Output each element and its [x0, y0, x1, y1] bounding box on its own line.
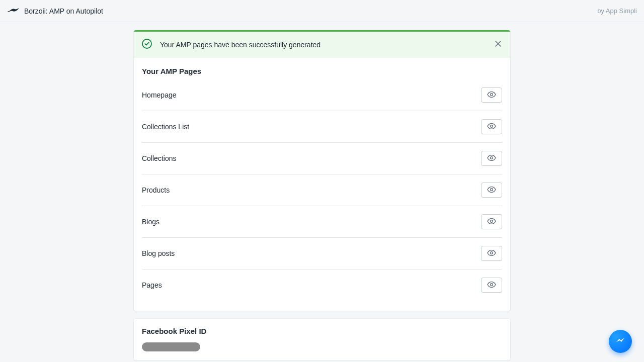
row-label: Homepage: [142, 91, 177, 99]
view-products-button[interactable]: [481, 183, 502, 198]
svg-point-5: [491, 220, 493, 223]
close-icon: [495, 40, 502, 49]
svg-point-2: [491, 125, 493, 128]
alert-message: Your AMP pages have been successfully ge…: [160, 41, 320, 49]
row-label: Products: [142, 186, 170, 194]
svg-point-4: [491, 189, 493, 191]
eye-icon: [487, 249, 496, 258]
svg-point-3: [491, 157, 493, 159]
row-products: Products: [142, 174, 502, 206]
amp-pages-title: Your AMP Pages: [134, 58, 510, 79]
view-collections-list-button[interactable]: [481, 119, 502, 134]
view-blogs-button[interactable]: [481, 214, 502, 229]
row-collections-list: Collections List: [142, 111, 502, 143]
messenger-icon: [614, 334, 627, 349]
svg-point-0: [142, 39, 151, 48]
facebook-pixel-card: Facebook Pixel ID: [134, 319, 510, 360]
amp-pages-rows: Homepage Collections List Collections: [134, 79, 510, 311]
eye-icon: [487, 90, 496, 100]
row-blogs: Blogs: [142, 206, 502, 238]
borzoi-logo-icon: [7, 7, 19, 16]
row-label: Blog posts: [142, 249, 175, 257]
eye-icon: [487, 281, 496, 290]
row-label: Collections: [142, 154, 176, 162]
topbar-left: Borzoii: AMP on Autopilot: [7, 7, 103, 16]
row-label: Collections List: [142, 123, 189, 131]
view-pages-button[interactable]: [481, 278, 502, 293]
amp-pages-card: Your AMP pages have been successfully ge…: [134, 30, 510, 311]
eye-icon: [487, 154, 496, 163]
eye-icon: [487, 122, 496, 131]
content-area: Your AMP pages have been successfully ge…: [0, 22, 644, 362]
eye-icon: [487, 186, 496, 195]
facebook-pixel-value-placeholder: [142, 342, 200, 351]
facebook-pixel-title: Facebook Pixel ID: [142, 327, 502, 335]
view-blog-posts-button[interactable]: [481, 246, 502, 261]
topbar: Borzoii: AMP on Autopilot by App Simpli: [0, 0, 644, 22]
row-homepage: Homepage: [142, 79, 502, 111]
success-alert: Your AMP pages have been successfully ge…: [134, 30, 510, 58]
by-company-label: by App Simpli: [597, 7, 637, 15]
app-title: Borzoii: AMP on Autopilot: [24, 7, 103, 15]
check-circle-icon: [142, 39, 152, 51]
svg-point-6: [491, 252, 493, 254]
view-collections-button[interactable]: [481, 151, 502, 166]
eye-icon: [487, 217, 496, 226]
svg-point-7: [491, 284, 493, 286]
row-label: Pages: [142, 281, 162, 289]
row-pages: Pages: [142, 269, 502, 301]
alert-close-button[interactable]: [491, 38, 505, 52]
main-column: Your AMP pages have been successfully ge…: [134, 30, 510, 362]
row-blog-posts: Blog posts: [142, 238, 502, 269]
row-label: Blogs: [142, 218, 159, 226]
messenger-chat-button[interactable]: [609, 330, 632, 353]
view-homepage-button[interactable]: [481, 87, 502, 103]
row-collections: Collections: [142, 143, 502, 174]
svg-point-1: [491, 94, 493, 96]
